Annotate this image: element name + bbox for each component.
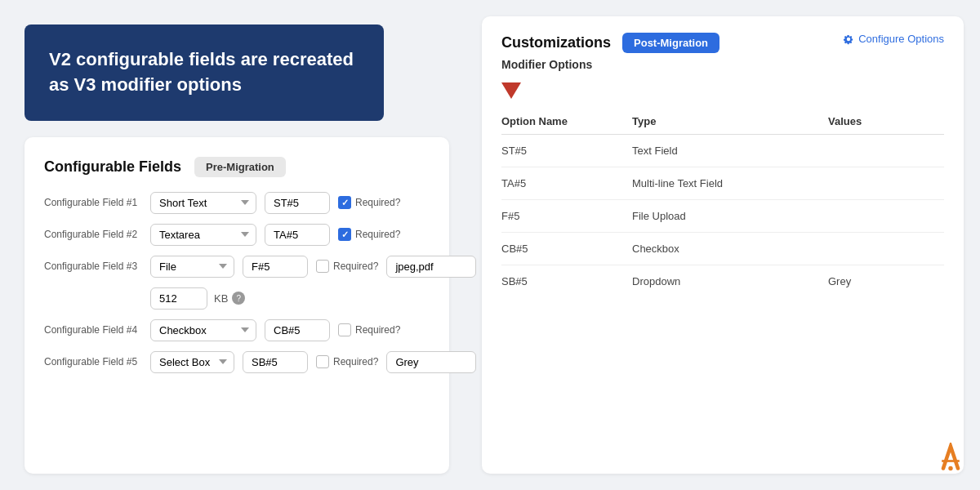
row-type: Dropdown [632,275,828,287]
field-name-input-5[interactable] [243,351,308,373]
row-option-name: SB#5 [501,275,632,287]
card-header: Configurable Fields Pre-Migration [44,157,430,177]
field-type-select-3[interactable]: Short Text Textarea File Checkbox Select… [150,256,234,278]
field-type-select-2[interactable]: Short Text Textarea File Checkbox Select… [150,224,256,246]
table-row: ST#5 Text Field [501,135,944,167]
field-label-4: Configurable Field #4 [44,324,142,336]
field-name-input-2[interactable] [265,224,330,246]
required-checkbox-4[interactable]: Required? [338,323,400,336]
file-size-help-icon[interactable]: ? [232,292,245,305]
required-label-1: Required? [355,197,400,208]
col-option-name: Option Name [501,115,632,127]
row-option-name: ST#5 [501,145,632,157]
required-label-4: Required? [355,324,400,336]
brand-logo [936,443,965,472]
checkbox-unchecked-5 [316,355,329,368]
card-title: Configurable Fields [44,158,181,176]
row-option-name: TA#5 [501,177,632,189]
field-name-input-4[interactable] [265,319,330,341]
kb-label: KB ? [214,292,245,305]
table-row: SB#5 Dropdown Grey [501,265,944,297]
field-type-select-5[interactable]: Short Text Textarea File Checkbox Select… [150,351,234,373]
pre-migration-badge: Pre-Migration [194,157,286,177]
field-name-input-1[interactable] [265,192,330,214]
hero-banner: V2 configurable fields are recreated as … [24,24,384,121]
row-type: Text Field [632,145,828,157]
checkbox-unchecked-3 [316,260,329,273]
row-type: File Upload [632,210,828,222]
required-checkbox-3[interactable]: Required? [316,260,378,273]
customizations-card: Customizations Post-Migration Modifier O… [482,16,964,474]
file-size-row: KB ? [44,287,430,310]
hero-text: V2 configurable fields are recreated as … [49,49,354,95]
svg-marker-0 [501,82,521,99]
checkbox-checked-2 [338,228,351,241]
required-label-2: Required? [355,229,400,240]
table-row: CB#5 Checkbox [501,233,944,265]
required-checkbox-1[interactable]: Required? [338,196,400,209]
field-row-1: Configurable Field #1 Short Text Textare… [44,192,430,214]
right-panel: Customizations Post-Migration Modifier O… [474,0,980,490]
checkbox-checked-1 [338,196,351,209]
required-checkbox-5[interactable]: Required? [316,355,378,368]
field-type-select-4[interactable]: Short Text Textarea File Checkbox Select… [150,319,256,341]
required-checkbox-2[interactable]: Required? [338,228,400,241]
row-option-name: CB#5 [501,243,632,255]
file-types-input[interactable] [386,256,476,278]
customizations-subtitle: Modifier Options [501,58,719,71]
left-panel: V2 configurable fields are recreated as … [0,0,474,490]
field-row-2: Configurable Field #2 Short Text Textare… [44,224,430,246]
field-label-3: Configurable Field #3 [44,261,142,272]
post-migration-badge: Post-Migration [622,33,719,53]
field-row-4: Configurable Field #4 Short Text Textare… [44,319,430,341]
required-label-5: Required? [333,356,378,368]
table-row: TA#5 Multi-line Text Field [501,167,944,200]
customizations-title: Customizations [501,34,611,51]
col-type: Type [632,115,828,127]
table-row: F#5 File Upload [501,200,944,233]
file-size-input[interactable] [150,287,207,310]
svg-point-1 [948,466,952,470]
row-type: Multi-line Text Field [632,177,828,189]
customizations-header: Customizations Post-Migration Modifier O… [501,33,944,79]
field-name-input-3[interactable] [243,256,308,278]
row-values: Grey [828,275,944,287]
gear-icon [843,33,854,45]
arrow-down-icon [501,82,944,104]
configure-options-label: Configure Options [858,33,944,45]
customizations-title-group: Customizations Post-Migration Modifier O… [501,33,719,79]
field-label-2: Configurable Field #2 [44,229,142,240]
table-header: Option Name Type Values [501,109,944,135]
row-type: Checkbox [632,243,828,255]
configure-options-link[interactable]: Configure Options [843,33,944,45]
field-row-3: Configurable Field #3 Short Text Textare… [44,256,430,278]
select-values-input-5[interactable] [386,351,476,373]
configurable-fields-card: Configurable Fields Pre-Migration Config… [24,137,449,474]
field-type-select-1[interactable]: Short Text Textarea File Checkbox Select… [150,192,256,214]
logo [936,443,965,475]
field-label-1: Configurable Field #1 [44,197,142,208]
field-label-5: Configurable Field #5 [44,356,142,368]
field-row-5: Configurable Field #5 Short Text Textare… [44,351,430,373]
col-values: Values [828,115,944,127]
checkbox-unchecked-4 [338,323,351,336]
required-label-3: Required? [333,261,378,272]
row-option-name: F#5 [501,210,632,222]
